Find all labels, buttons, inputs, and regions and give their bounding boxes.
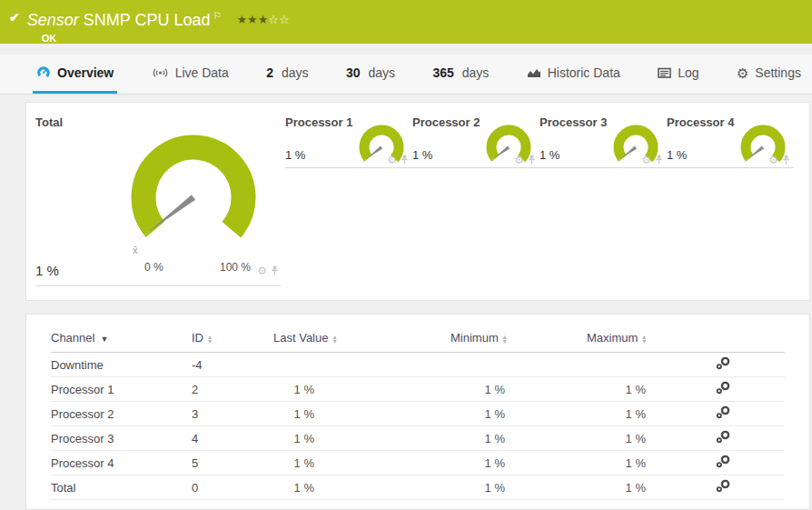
gear-icon[interactable]: ⚙ xyxy=(514,155,524,165)
last-value: 1 % xyxy=(273,456,405,470)
sensor-kind-label: Sensor xyxy=(27,11,79,29)
tab-label: Overview xyxy=(57,65,114,80)
gauge-tile-processor-2[interactable]: Processor 2 1 % ⚙ xyxy=(412,112,540,168)
tab-label: days xyxy=(462,65,490,80)
status-check-icon: ✔ xyxy=(9,10,20,25)
tab-settings[interactable]: ⚙ Settings xyxy=(733,55,805,94)
column-label: Maximum xyxy=(587,331,638,345)
gear-icon: ⚙ xyxy=(737,66,748,80)
tab-label: Settings xyxy=(755,65,801,80)
pin-icon[interactable] xyxy=(271,265,279,276)
gauge-tile-processor-1[interactable]: Processor 1 1 % ⚙ xyxy=(285,112,412,168)
maximum-value: 1 % xyxy=(555,407,696,421)
column-label: Channel xyxy=(51,331,94,345)
tab-label: Live Data xyxy=(175,65,229,80)
maximum-value: 1 % xyxy=(555,456,696,470)
table-row: Processor 3 4 1 % 1 % 1 % xyxy=(51,426,785,451)
table-row: Processor 2 3 1 % 1 % 1 % xyxy=(51,402,785,426)
maximum-value: 1 % xyxy=(555,481,696,495)
maximum-value: 1 % xyxy=(555,383,696,396)
channel-settings-icon[interactable] xyxy=(716,381,731,397)
gauge-tile-total[interactable]: Total x̄ 0 % 100 % 1 % ⚙ xyxy=(35,112,281,286)
minimum-value: 1 % xyxy=(405,432,555,445)
channel-id: -4 xyxy=(192,358,273,372)
tab-live-data[interactable]: Live Data xyxy=(148,55,233,94)
mean-marker: x̄ xyxy=(133,245,138,255)
channel-name: Processor 3 xyxy=(51,432,192,445)
gear-icon[interactable]: ⚙ xyxy=(387,155,397,165)
pin-icon[interactable] xyxy=(782,155,790,165)
channel-name: Processor 1 xyxy=(51,383,192,396)
channel-settings-icon[interactable] xyxy=(716,356,731,373)
gauge-value: 1 % xyxy=(667,148,687,162)
gauge-tile-processor-4[interactable]: Processor 4 1 % ⚙ xyxy=(667,112,794,168)
table-row: Processor 1 2 1 % 1 % 1 % xyxy=(51,377,785,402)
pin-icon[interactable] xyxy=(528,155,536,165)
pin-icon[interactable] xyxy=(655,155,663,165)
channel-settings-icon[interactable] xyxy=(716,479,731,495)
gauge-min-label: 0 % xyxy=(144,261,163,274)
channel-id: 4 xyxy=(192,432,273,445)
channel-settings-icon[interactable] xyxy=(716,455,731,471)
column-label: Minimum xyxy=(451,331,499,345)
pin-icon[interactable] xyxy=(401,155,409,165)
tab-overview[interactable]: Overview xyxy=(33,55,117,94)
total-gauge: x̄ xyxy=(121,125,266,270)
column-header-maximum[interactable]: Maximum▴▾ xyxy=(555,331,696,345)
gear-icon[interactable]: ⚙ xyxy=(768,155,778,165)
tile-actions: ⚙ xyxy=(387,155,409,165)
column-header-minimum[interactable]: Minimum▴▾ xyxy=(405,331,555,345)
sort-down-icon: ▾ xyxy=(332,339,336,344)
status-badge: OK xyxy=(42,33,290,44)
channel-name: Total xyxy=(51,481,192,495)
column-header-channel[interactable]: Channel▼ xyxy=(51,331,192,345)
priority-stars-filled: ★★★ xyxy=(236,13,268,26)
channel-id: 2 xyxy=(192,383,273,396)
minimum-value: 1 % xyxy=(405,383,555,396)
sort-down-icon: ▾ xyxy=(503,339,507,344)
column-label: ID xyxy=(192,331,203,345)
channel-table-panel: Channel▼ ID▴▾ Last Value▴▾ Minimum▴▾ Max… xyxy=(25,314,810,510)
gauge-tile-processor-3[interactable]: Processor 3 1 % ⚙ xyxy=(540,112,667,168)
tab-historic-data[interactable]: Historic Data xyxy=(523,55,624,94)
table-row: Downtime -4 xyxy=(51,353,785,377)
sort-icon: ▴▾ xyxy=(503,335,507,344)
minimum-value: 1 % xyxy=(405,481,555,495)
tile-actions: ⚙ xyxy=(641,155,663,165)
tab-day-count: 30 xyxy=(346,65,361,80)
channel-settings-icon[interactable] xyxy=(716,405,731,422)
title-block: SensorSNMP CPU Load⚐★★★☆☆ OK xyxy=(27,6,290,44)
tab-2-days[interactable]: 2 days xyxy=(262,55,312,94)
gauge-value: 1 % xyxy=(540,148,559,162)
area-chart-icon xyxy=(527,67,541,78)
last-value: 1 % xyxy=(273,407,405,421)
gauge-value: 1 % xyxy=(412,148,432,162)
tab-30-days[interactable]: 30 days xyxy=(342,55,399,94)
gauge-icon xyxy=(36,65,51,80)
channel-id: 3 xyxy=(192,407,273,421)
log-list-icon xyxy=(658,67,671,78)
minimum-value: 1 % xyxy=(405,456,555,470)
channel-id: 0 xyxy=(192,481,273,495)
gauge-value: 1 % xyxy=(35,263,59,278)
column-header-id[interactable]: ID▴▾ xyxy=(192,331,273,345)
flag-icon[interactable]: ⚐ xyxy=(213,10,223,21)
gear-icon[interactable]: ⚙ xyxy=(641,155,651,165)
tab-log[interactable]: Log xyxy=(654,55,702,94)
sort-down-icon: ▾ xyxy=(208,339,212,344)
gauge-max-label: 100 % xyxy=(220,261,251,274)
sort-icon: ▴▾ xyxy=(332,335,336,344)
tab-365-days[interactable]: 365 days xyxy=(429,55,492,94)
channel-name: Processor 2 xyxy=(51,407,192,421)
sensor-titlebar: ✔ SensorSNMP CPU Load⚐★★★☆☆ OK xyxy=(0,0,812,44)
gear-icon[interactable]: ⚙ xyxy=(257,265,267,276)
tab-label: days xyxy=(282,65,309,80)
gauges-panel: Total x̄ 0 % 100 % 1 % ⚙ Processor 1 1 %… xyxy=(25,102,810,301)
channel-settings-icon[interactable] xyxy=(716,430,731,446)
channel-id: 5 xyxy=(192,456,273,470)
channel-name: Downtime xyxy=(51,358,192,372)
column-header-last-value[interactable]: Last Value▴▾ xyxy=(273,331,405,345)
tab-label: Log xyxy=(678,65,698,80)
priority-stars[interactable]: ★★★☆☆ xyxy=(236,13,289,26)
column-label: Last Value xyxy=(273,331,328,345)
